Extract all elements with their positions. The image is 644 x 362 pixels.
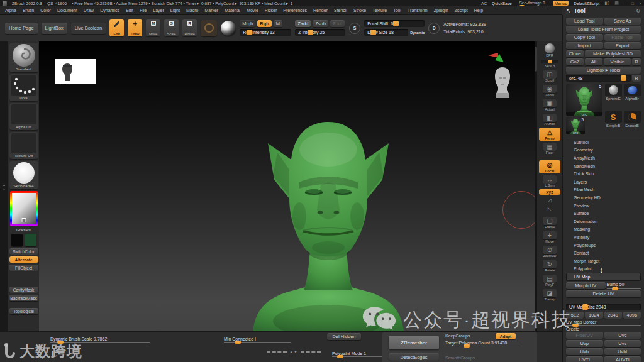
actual-button[interactable]: ▣ Actual xyxy=(539,99,560,112)
strip-arrow-down-icon[interactable]: ▾ xyxy=(3,187,5,191)
min-connected-slider[interactable]: Min Connected I xyxy=(224,337,291,343)
switch-color-button[interactable]: SwitchColor xyxy=(9,248,38,255)
menu-render[interactable]: Render xyxy=(313,8,328,13)
home-page-button[interactable]: Home Page xyxy=(5,23,38,34)
auvtl-button[interactable]: AUVTl xyxy=(604,356,641,362)
section-morph-target[interactable]: Morph Target xyxy=(566,257,641,265)
uv-size-1024-button[interactable]: 1024 xyxy=(585,312,602,319)
load-tool-button[interactable]: Load Tool xyxy=(566,18,603,25)
z-intensity-slider[interactable]: Z Intensity 25 xyxy=(295,29,345,36)
section-geometry[interactable]: Geometry xyxy=(566,146,641,155)
distort-a-button[interactable]: ◿ xyxy=(539,196,560,204)
refresh-icon[interactable]: ↻ xyxy=(636,8,640,14)
backface-mask-button[interactable]: BackfaceMask xyxy=(9,295,38,301)
menu-zscript[interactable]: Zscript xyxy=(455,8,468,13)
sculpt-settings-icon[interactable]: S xyxy=(349,23,360,34)
left-divider-strip[interactable]: ▴ ▾ xyxy=(0,41,8,331)
active-tool-thumbnail[interactable]: 5 orc xyxy=(566,84,602,116)
default-zscript-button[interactable]: DefaultZScript xyxy=(574,1,599,6)
section-subtool[interactable]: Subtool xyxy=(566,138,641,146)
menu-dynamics[interactable]: Dynamics xyxy=(100,8,119,13)
topological-button[interactable]: Topological xyxy=(9,308,38,314)
menu-file[interactable]: File xyxy=(140,8,147,13)
tool-name-slider[interactable]: orc. 48 xyxy=(566,75,631,82)
uvbt-button[interactable]: Uvbt xyxy=(604,348,641,355)
alternate-button[interactable]: Alternate xyxy=(9,256,38,263)
uv-size-2048-button[interactable]: 2048 xyxy=(604,312,622,319)
close-icon[interactable]: × xyxy=(639,1,641,6)
uvtl-button[interactable]: UVTl xyxy=(566,356,603,362)
orc-sculpt-model[interactable] xyxy=(234,104,423,331)
fill-object-button[interactable]: FillObject xyxy=(9,265,38,271)
load-tools-from-project-button[interactable]: Load Tools From Project xyxy=(566,26,641,33)
texture-selector[interactable]: Texture Off xyxy=(9,132,38,159)
section-surface[interactable]: Surface xyxy=(566,209,641,217)
dynamic-label[interactable]: Dynamic xyxy=(410,31,425,35)
floor-button[interactable]: ▦ Floor xyxy=(539,142,560,155)
menu-marker[interactable]: Marker xyxy=(204,8,218,13)
tool-sphere3d[interactable]: SphereE xyxy=(604,84,622,109)
menu-light[interactable]: Light xyxy=(170,8,180,13)
uvb-button[interactable]: Uvb xyxy=(566,348,603,355)
quicksave-button[interactable]: QuickSave xyxy=(492,1,511,6)
menu-movie[interactable]: Movie xyxy=(247,8,258,13)
tool-name-handle[interactable] xyxy=(621,75,626,81)
move-mode-button[interactable]: M Move xyxy=(146,19,160,36)
section-thick-skin[interactable]: Thick Skin xyxy=(566,170,641,178)
menus-button[interactable]: Menus xyxy=(553,1,569,6)
zsub-button[interactable]: Zsub xyxy=(313,20,328,27)
uvp-button[interactable]: Uvp xyxy=(566,340,603,347)
copy-tool-button[interactable]: Copy Tool xyxy=(566,34,603,41)
uv-map-border-slider[interactable]: UV Map Border xyxy=(566,320,641,326)
polypaint-mode-handle[interactable] xyxy=(337,355,343,358)
detect-edges-button[interactable]: DetectEdges xyxy=(389,353,439,361)
all-button[interactable]: All xyxy=(585,58,602,65)
doc-settings-icon[interactable]: D xyxy=(428,23,440,34)
scale-mode-button[interactable]: S Scale xyxy=(164,19,179,36)
z-intensity-handle[interactable] xyxy=(308,30,313,35)
distort-b-button[interactable]: ◺ xyxy=(539,205,560,212)
section-preview[interactable]: Preview xyxy=(566,202,641,210)
draw-size-handle[interactable] xyxy=(370,30,376,35)
menu-material[interactable]: Material xyxy=(225,8,240,13)
menu-transform[interactable]: Transform xyxy=(408,8,428,13)
frame-button[interactable]: ▢ Frame xyxy=(539,216,560,229)
section-arraymesh[interactable]: ArrayMesh xyxy=(566,154,641,162)
uv-map-size-slider[interactable]: UV Map Size 2048 xyxy=(566,304,641,310)
mrgb-button[interactable]: Mrgb xyxy=(240,20,255,27)
spix-slider[interactable]: SPix 3 xyxy=(539,59,560,69)
fiber-uv-button[interactable]: FiberUV xyxy=(566,332,603,339)
minimize-icon[interactable]: – xyxy=(624,1,626,6)
uv-size-4096-button[interactable]: 4096 xyxy=(623,312,641,319)
rotate-mode-button[interactable]: R Rotate xyxy=(182,19,197,36)
zremesher-button[interactable]: ZRemesher xyxy=(389,336,439,349)
goz-r-button[interactable]: R xyxy=(632,58,641,65)
zoom-button[interactable]: ◉ Zoom xyxy=(539,84,560,97)
section-geometry-hd[interactable]: Geometry HD xyxy=(566,194,641,202)
lightbox-tools-button[interactable]: Lightbox►Tools xyxy=(566,67,641,74)
timeline-scroll-indicator[interactable]: ▲▼ xyxy=(267,350,321,354)
import-button[interactable]: Import xyxy=(566,42,603,49)
uv-map-size-handle[interactable] xyxy=(582,304,588,310)
section-polygroups[interactable]: Polygroups xyxy=(566,241,641,250)
menu-stroke[interactable]: Stroke xyxy=(353,8,366,13)
smooth-groups-label[interactable]: SmoothGroups xyxy=(445,356,475,360)
rgb-intensity-slider[interactable]: Rgb Intensity 13 xyxy=(240,29,291,36)
del-hidden-button[interactable]: Del Hidden xyxy=(327,333,361,340)
morph-uv-button[interactable]: Morph UV xyxy=(566,282,606,289)
color-picker[interactable] xyxy=(10,191,38,226)
menu-edit[interactable]: Edit xyxy=(126,8,133,13)
lightbox-button[interactable]: LightBox xyxy=(42,23,67,34)
dynamic-brush-scale-handle[interactable] xyxy=(57,341,64,344)
bump-slider[interactable]: Bump 50 xyxy=(607,282,641,289)
stroke-selector[interactable]: Dots xyxy=(9,74,38,101)
tool-r-button[interactable]: R xyxy=(632,75,641,82)
zcut-button[interactable]: Zcut xyxy=(330,20,345,27)
xyz-button[interactable]: xyz xyxy=(539,189,560,195)
spix-track[interactable] xyxy=(541,60,558,63)
focal-shift-slider[interactable]: Focal Shift: 0 xyxy=(364,20,425,27)
palette-dock-icon[interactable]: ▤ xyxy=(614,1,619,6)
menu-tool[interactable]: Tool xyxy=(393,8,401,13)
section-layers[interactable]: Layers xyxy=(566,178,641,186)
menu-brush[interactable]: Brush xyxy=(23,8,34,13)
